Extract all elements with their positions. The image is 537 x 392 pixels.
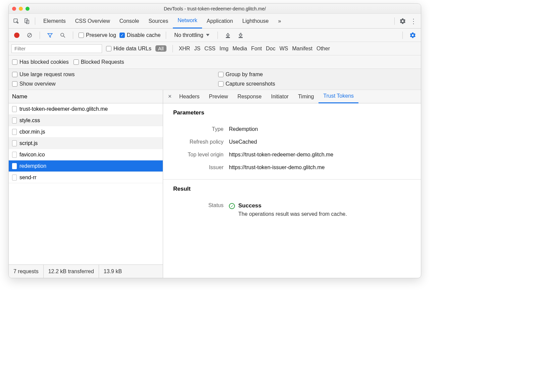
request-row[interactable]: cbor.min.js [9,126,163,138]
upload-har-icon[interactable] [223,31,233,40]
footer-size: 13.9 kB [99,265,127,278]
has-blocked-cookies-checkbox[interactable]: Has blocked cookies [12,59,69,65]
separator [35,17,35,25]
preserve-log-label: Preserve log [86,32,116,38]
param-key: Issuer [173,164,224,170]
param-row: Issuerhttps://trust-token-issuer-demo.gl… [173,161,411,174]
disable-cache-checkbox[interactable]: Disable cache [119,32,161,38]
more-menu-icon[interactable]: ⋮ [409,16,418,26]
filter-input[interactable] [11,44,102,53]
clear-icon[interactable] [25,31,34,40]
file-icon [12,117,17,124]
request-name: send-rr [19,175,37,181]
tab-console[interactable]: Console [115,14,144,29]
filter-type-img[interactable]: Img [219,46,229,52]
filter-bar: Hide data URLs All XHR JS CSS Img Media … [9,42,421,55]
file-icon [12,163,17,169]
tab-application[interactable]: Application [202,14,238,29]
dtab-response[interactable]: Response [233,90,266,103]
search-icon[interactable] [58,31,67,40]
group-by-frame-checkbox[interactable]: Group by frame [218,71,418,78]
filter-type-media[interactable]: Media [233,46,247,52]
tab-network[interactable]: Network [173,14,202,29]
hide-data-urls-label: Hide data URLs [113,46,151,52]
tab-sources[interactable]: Sources [144,14,173,29]
dtab-preview[interactable]: Preview [204,90,233,103]
request-row[interactable]: favicon.ico [9,149,163,160]
window-title: DevTools - trust-token-redeemer-demo.gli… [9,6,421,11]
status-label: Status [173,202,224,217]
param-key: Top level origin [173,152,224,158]
dtab-timing[interactable]: Timing [293,90,319,103]
tab-elements[interactable]: Elements [39,14,70,29]
inspect-icon[interactable] [11,16,21,26]
request-row[interactable]: send-rr [9,172,163,183]
filter-type-css[interactable]: CSS [204,46,215,52]
filter-icon[interactable] [45,31,55,40]
hide-data-urls-checkbox[interactable]: Hide data URLs [106,46,151,52]
param-row: TypeRedemption [173,123,411,136]
blocked-requests-label: Blocked Requests [81,59,124,65]
param-row: Top level originhttps://trust-token-rede… [173,148,411,161]
dtab-headers[interactable]: Headers [175,90,204,103]
detail-tabs: × Headers Preview Response Initiator Tim… [163,90,421,103]
filter-type-xhr[interactable]: XHR [179,46,190,52]
panel-tabs: Elements CSS Overview Console Sources Ne… [39,14,391,29]
tab-lighthouse[interactable]: Lighthouse [238,14,273,29]
options-row: Use large request rows Show overview Gro… [9,69,421,90]
separator [73,32,73,39]
devtools-window: DevTools - trust-token-redeemer-demo.gli… [8,3,421,278]
request-row[interactable]: style.css [9,115,163,126]
filter-type-all[interactable]: All [155,45,166,52]
throttling-value: No throttling [174,32,203,38]
detail-panel: × Headers Preview Response Initiator Tim… [163,90,421,278]
dtab-trust-tokens[interactable]: Trust Tokens [319,90,358,103]
dtab-initiator[interactable]: Initiator [266,90,293,103]
footer-count: 7 requests [9,265,44,278]
request-name: style.css [19,117,40,124]
request-name: cbor.min.js [19,129,45,135]
main-area: Name trust-token-redeemer-demo.glitch.me… [9,90,421,278]
throttling-select[interactable]: No throttling [172,32,212,38]
close-detail-icon[interactable]: × [165,93,175,100]
separator [173,45,173,52]
parameters-section: Parameters TypeRedemptionRefresh policyU… [163,103,421,177]
main-tabbar: Elements CSS Overview Console Sources Ne… [9,14,421,29]
param-value: Redemption [229,126,258,132]
footer-transferred: 12.2 kB transferred [44,265,99,278]
settings-gear-icon[interactable] [398,16,407,26]
request-row[interactable]: redemption [9,160,163,172]
tab-css-overview[interactable]: CSS Overview [70,14,115,29]
filter-type-doc[interactable]: Doc [266,46,275,52]
separator [40,32,40,39]
blocked-requests-checkbox[interactable]: Blocked Requests [74,59,124,65]
filter-type-font[interactable]: Font [251,46,262,52]
record-button[interactable] [12,31,21,40]
request-list-footer: 7 requests 12.2 kB transferred 13.9 kB [9,264,163,278]
status-description: The operations result was served from ca… [238,211,347,217]
request-row[interactable]: script.js [9,138,163,149]
download-har-icon[interactable] [236,31,245,40]
file-icon [12,106,17,112]
separator [166,32,166,39]
detail-body: Parameters TypeRedemptionRefresh policyU… [163,103,421,278]
network-settings-gear-icon[interactable] [408,31,418,40]
filter-type-js[interactable]: JS [194,46,200,52]
device-toggle-icon[interactable] [22,16,32,26]
filter-type-manifest[interactable]: Manifest [292,46,312,52]
tab-overflow[interactable]: » [273,14,286,29]
capture-screenshots-checkbox[interactable]: Capture screenshots [218,81,418,87]
file-icon [12,175,17,181]
param-row: Refresh policyUseCached [173,136,411,148]
param-key: Refresh policy [173,139,224,145]
network-toolbar: Preserve log Disable cache No throttling [9,29,421,42]
filter-bar-2: Has blocked cookies Blocked Requests [9,55,421,69]
filter-type-other[interactable]: Other [316,46,330,52]
request-list-header[interactable]: Name [9,90,163,103]
preserve-log-checkbox[interactable]: Preserve log [79,32,116,38]
large-rows-checkbox[interactable]: Use large request rows [12,71,211,78]
filter-type-ws[interactable]: WS [280,46,288,52]
request-row[interactable]: trust-token-redeemer-demo.glitch.me [9,103,163,115]
show-overview-checkbox[interactable]: Show overview [12,81,211,87]
svg-rect-7 [226,37,230,38]
